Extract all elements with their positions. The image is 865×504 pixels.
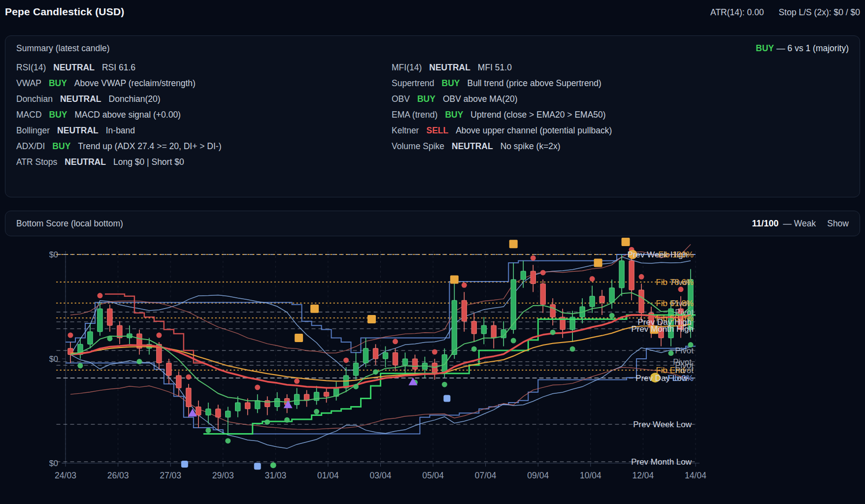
- indicator-row: MFI(14)NEUTRALMFI 51.0: [392, 60, 849, 75]
- orange-square-marker: [310, 305, 319, 313]
- candlestick: [186, 388, 191, 407]
- indicator-detail: Trend up (ADX 27.4 >= 20, DI+ > DI-): [78, 141, 221, 152]
- candlestick: [639, 290, 644, 313]
- indicator-detail: MACD above signal (+0.00): [74, 110, 180, 120]
- indicator-detail: Uptrend (close > EMA20 > EMA50): [470, 110, 605, 120]
- candlestick: [245, 403, 250, 409]
- header-readouts: ATR(14): 0.00 Stop L/S (2x): $0 / $0: [710, 7, 860, 18]
- indicator-label: Bollinger: [16, 126, 50, 136]
- blue-square-marker: [254, 463, 261, 470]
- candlestick: [274, 399, 279, 407]
- summary-columns: RSI(14)NEUTRALRSI 61.6VWAPBUYAbove VWAP …: [16, 60, 849, 170]
- candlestick: [452, 300, 457, 354]
- candlestick: [629, 261, 634, 290]
- indicator-row: DonchianNEUTRALDonchian(20): [16, 91, 392, 107]
- indicator-label: Donchian: [16, 94, 53, 104]
- x-axis-tick-label: 03/04: [370, 471, 392, 480]
- indicator-detail: No spike (k=2x): [500, 141, 561, 152]
- x-axis-tick-label: 12/04: [632, 471, 654, 480]
- indicator-signal-badge: BUY: [52, 141, 70, 152]
- bottom-score-value: 11/100: [752, 219, 778, 229]
- candlestick: [88, 332, 93, 344]
- x-axis-tick-label: 09/04: [527, 471, 549, 480]
- show-button[interactable]: Show: [827, 219, 849, 229]
- indicator-label: Supertrend: [392, 78, 434, 89]
- x-axis-tick-label: 01/04: [317, 471, 339, 480]
- indicator-signal-badge: BUY: [49, 78, 67, 89]
- bottom-score-suffix: — Weak: [783, 219, 816, 229]
- level-label: Prev Week Low: [633, 420, 692, 429]
- candlestick: [462, 300, 466, 321]
- candlestick: [235, 403, 240, 411]
- green-axis-dot-marker: [270, 462, 276, 468]
- indicator-row: MACDBUYMACD above signal (+0.00): [16, 107, 392, 123]
- indicator-row: BollingerNEUTRALIn-band: [16, 123, 392, 138]
- candlestick: [531, 271, 535, 284]
- candlestick: [255, 401, 260, 409]
- orange-square-marker: [509, 240, 518, 248]
- price-chart[interactable]: 24/0326/0327/0329/0331/0301/0403/0405/04…: [0, 236, 865, 504]
- indicator-label: OBV: [392, 94, 410, 104]
- candlestick: [353, 363, 358, 375]
- candlestick: [609, 288, 614, 303]
- header: Pepe Candlestick (USD) ATR(14): 0.00 Sto…: [5, 6, 860, 18]
- x-axis-tick-label: 10/04: [580, 471, 601, 480]
- candlestick: [166, 363, 171, 375]
- orange-square-marker: [367, 315, 376, 323]
- blue-square-marker: [443, 395, 450, 402]
- y-axis-tick-label: $0: [49, 459, 58, 468]
- level-label: Fib 0%: [667, 374, 694, 383]
- indicator-signal-badge: BUY: [445, 110, 463, 120]
- indicator-detail: In-band: [106, 126, 135, 136]
- indicator-label: VWAP: [16, 78, 41, 89]
- indicator-row: EMA (trend)BUYUptrend (close > EMA20 > E…: [392, 107, 849, 123]
- indicator-row: RSI(14)NEUTRALRSI 61.6: [16, 60, 392, 75]
- indicator-label: MACD: [16, 110, 42, 120]
- level-label: Prev Month Low: [631, 457, 692, 467]
- indicator-signal-badge: NEUTRAL: [60, 94, 101, 104]
- summary-right-column: MFI(14)NEUTRALMFI 51.0SupertrendBUYBull …: [392, 60, 849, 170]
- orange-square-marker: [594, 258, 602, 267]
- summary-left-column: RSI(14)NEUTRALRSI 61.6VWAPBUYAbove VWAP …: [16, 60, 392, 170]
- indicator-detail: MFI 51.0: [478, 63, 512, 73]
- bottom-score-title: Bottom Score (local bottom): [16, 219, 123, 229]
- candlestick: [98, 309, 102, 332]
- summary-verdict-signal: BUY: [756, 43, 774, 53]
- candlestick: [216, 409, 221, 417]
- candlestick: [540, 284, 545, 304]
- atr-readout: ATR(14): 0.00: [710, 7, 764, 18]
- candlestick: [107, 309, 112, 325]
- candlestick: [432, 363, 437, 373]
- indicator-signal-badge: NEUTRAL: [452, 141, 493, 152]
- indicator-label: RSI(14): [16, 63, 46, 73]
- indicator-signal-badge: SELL: [426, 126, 448, 136]
- indicator-signal-badge: NEUTRAL: [57, 126, 99, 136]
- x-axis-tick-label: 07/04: [475, 471, 497, 480]
- candlestick: [619, 261, 624, 288]
- candlestick: [481, 325, 486, 334]
- bottom-score-panel: Bottom Score (local bottom) 11/100 — Wea…: [5, 211, 860, 236]
- candlestick: [206, 409, 211, 415]
- candlestick: [383, 352, 388, 359]
- indicator-label: ATR Stops: [16, 157, 57, 167]
- candlestick: [590, 296, 595, 307]
- indicator-detail: Bull trend (price above Supertrend): [467, 78, 601, 89]
- level-label: Fib 61.8%: [656, 299, 694, 308]
- indicator-row: OBVBUYOBV above MA(20): [392, 91, 849, 107]
- x-axis-tick-label: 29/03: [212, 471, 234, 480]
- summary-title: Summary (latest candle): [16, 43, 110, 54]
- summary-verdict-detail: — 6 vs 1 (majority): [776, 43, 849, 53]
- candlestick: [294, 394, 299, 405]
- orange-square-marker: [295, 334, 303, 342]
- bottom-score-readout: 11/100 — Weak Show: [752, 219, 849, 229]
- candlestick: [491, 325, 496, 338]
- indicator-row: VWAPBUYAbove VWAP (reclaim/strength): [16, 75, 392, 91]
- candlestick: [226, 411, 231, 417]
- candlestick: [196, 407, 201, 415]
- indicator-detail: OBV above MA(20): [443, 94, 518, 104]
- candlestick: [402, 359, 407, 365]
- x-axis-tick-label: 31/03: [265, 471, 286, 480]
- candlestick: [412, 359, 417, 369]
- indicator-row: ADX/DIBUYTrend up (ADX 27.4 >= 20, DI+ >…: [16, 138, 392, 154]
- indicator-detail: Above VWAP (reclaim/strength): [74, 78, 196, 89]
